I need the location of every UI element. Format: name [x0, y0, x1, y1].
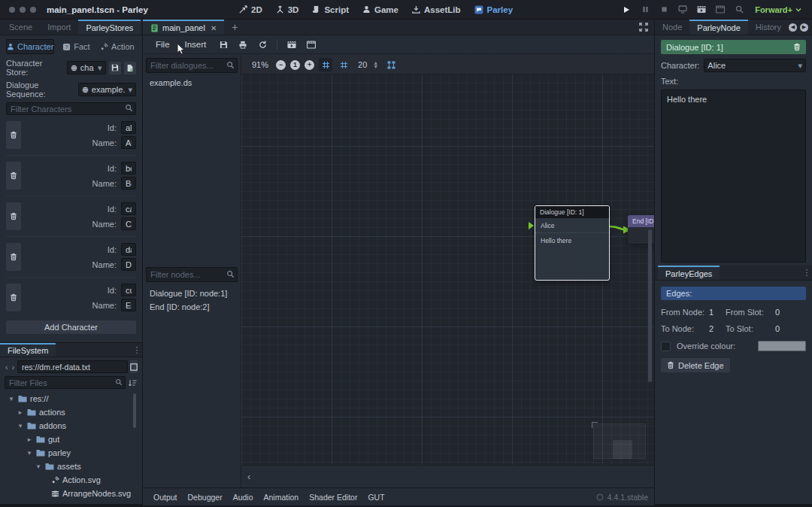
history-back-icon[interactable]: ◀ — [789, 23, 797, 32]
tab-history[interactable]: History — [748, 20, 789, 35]
save-icon[interactable] — [214, 38, 232, 52]
history-forward-icon[interactable]: ▶ — [800, 23, 808, 32]
filter-nodes-input[interactable] — [146, 267, 238, 282]
tab-node[interactable]: Node — [655, 20, 689, 35]
character-id-input[interactable] — [121, 202, 136, 215]
tree-item-actions[interactable]: ▸actions — [5, 405, 138, 419]
character-name-input[interactable] — [121, 299, 136, 311]
collapse-icon[interactable]: ▾ — [17, 422, 24, 430]
tree-scrollbar[interactable] — [133, 393, 136, 428]
snap-distance-value[interactable]: 20 — [358, 60, 367, 69]
new-store-button[interactable] — [124, 62, 136, 74]
override-colour-checkbox[interactable] — [661, 342, 671, 351]
character-name-input[interactable] — [121, 217, 136, 230]
close-tab-icon[interactable]: ✕ — [211, 24, 217, 32]
renderer-dropdown[interactable]: Forward+ — [755, 5, 801, 14]
bottom-tab-gut[interactable]: GUT — [362, 493, 389, 502]
tree-item-parley[interactable]: ▾parley — [5, 446, 138, 460]
delete-character-button[interactable] — [6, 162, 21, 190]
character-id-input[interactable] — [121, 243, 136, 256]
collapse-left-icon[interactable]: ‹ — [247, 471, 250, 482]
snap-spinner[interactable]: ▲▼ — [373, 61, 378, 68]
minimap-viewport[interactable] — [613, 440, 632, 459]
print-icon[interactable] — [234, 38, 252, 52]
workspace-game[interactable]: Game — [362, 5, 398, 14]
delete-character-button[interactable] — [6, 121, 21, 149]
store-tab-fact[interactable]: ?Fact — [57, 39, 95, 54]
zoom-in-button[interactable]: + — [304, 60, 314, 70]
dialogue-file-item[interactable]: example.ds — [146, 76, 238, 90]
character-id-input[interactable] — [121, 162, 136, 175]
history-forward-icon[interactable]: › — [11, 363, 16, 372]
save-store-button[interactable] — [109, 62, 121, 74]
dialogue-text-editor[interactable]: Hello there — [661, 90, 806, 263]
movie-writer-icon[interactable] — [714, 4, 726, 16]
character-name-input[interactable] — [121, 177, 136, 190]
window-zoom-icon[interactable] — [30, 7, 36, 13]
delete-character-button[interactable] — [6, 202, 21, 230]
bottom-tab-audio[interactable]: Audio — [228, 493, 259, 502]
store-tab-character[interactable]: Character — [6, 39, 54, 54]
filter-files-input[interactable] — [5, 376, 126, 389]
tab-parleyedges[interactable]: ParleyEdges — [658, 266, 720, 280]
dialogue-graph-canvas[interactable]: 91% − 1 + 20 ▲▼ Dialogue [ID: 1] Alice H… — [241, 56, 654, 484]
test-dialogue-from-node-icon[interactable] — [302, 38, 320, 52]
dock-menu-icon[interactable]: ⋮ — [801, 266, 812, 280]
refresh-icon[interactable] — [253, 38, 271, 52]
delete-character-button[interactable] — [6, 284, 21, 311]
tab-scene[interactable]: Scene — [0, 20, 40, 35]
input-port[interactable] — [529, 222, 534, 229]
play-button[interactable] — [620, 4, 632, 16]
tab-import[interactable]: Import — [40, 20, 78, 35]
filter-dialogues-input[interactable] — [146, 58, 238, 73]
expand-icon[interactable]: ▸ — [26, 436, 33, 443]
pause-button[interactable] — [639, 4, 651, 16]
current-path-input[interactable] — [17, 360, 128, 373]
dialogue-graph-node[interactable]: Dialogue [ID: 1] Alice Hello there — [535, 205, 610, 281]
collapse-icon[interactable]: ▾ — [26, 449, 33, 457]
grid-toggle-button[interactable] — [337, 58, 350, 71]
character-name-input[interactable] — [121, 136, 136, 149]
remote-debug-icon[interactable] — [677, 4, 689, 16]
tree-item-addons[interactable]: ▾addons — [5, 419, 138, 433]
character-name-input[interactable] — [121, 258, 136, 271]
snap-toggle-button[interactable] — [319, 58, 332, 71]
tree-item-gut[interactable]: ▸gut — [5, 433, 138, 446]
edge-colour-swatch[interactable] — [758, 341, 806, 351]
new-tab-button[interactable]: + — [224, 20, 245, 35]
character-select[interactable]: Alice ▾ — [704, 59, 806, 72]
dialogue-node-title[interactable]: Dialogue [ID: 1] — [535, 206, 609, 218]
bottom-tab-output[interactable]: Output — [148, 493, 183, 502]
delete-edge-button[interactable]: Delete Edge — [661, 358, 730, 372]
workspace-2d[interactable]: 2D — [239, 5, 262, 14]
tab-parleystores[interactable]: ParleyStores — [78, 20, 141, 35]
expand-fullscreen-icon[interactable] — [639, 23, 648, 32]
tree-item-action-svg[interactable]: Action.svg — [5, 473, 138, 487]
collapse-icon[interactable]: ▾ — [8, 395, 15, 402]
window-controls[interactable] — [9, 7, 36, 13]
character-id-input[interactable] — [121, 284, 136, 296]
zoom-out-button[interactable]: − — [276, 60, 286, 70]
filter-characters-input[interactable] — [6, 102, 136, 115]
arrange-nodes-button[interactable] — [384, 58, 398, 71]
workspace-3d[interactable]: 3D — [276, 5, 299, 14]
graph-vertical-scrollbar[interactable] — [648, 229, 652, 382]
bottom-tab-animation[interactable]: Animation — [259, 493, 304, 502]
tree-item-res[interactable]: ▾res:// — [5, 392, 138, 405]
workspace-parley[interactable]: Parley — [474, 5, 514, 14]
collapse-icon[interactable]: ▾ — [35, 463, 42, 470]
stop-button[interactable] — [658, 4, 670, 16]
workspace-script[interactable]: Script — [312, 5, 349, 14]
history-back-icon[interactable]: ‹ — [5, 363, 9, 372]
node-list-item[interactable]: End [ID: node:2] — [146, 300, 238, 314]
dialogue-sequence-dropdown[interactable]: example. ▾ — [78, 83, 136, 96]
add-character-button[interactable]: Add Character — [6, 320, 136, 334]
store-tab-action[interactable]: Action — [98, 39, 136, 54]
zoom-reset-button[interactable]: 1 — [290, 60, 300, 70]
graph-minimap[interactable] — [593, 424, 646, 459]
bottom-tab-shader-editor[interactable]: Shader Editor — [304, 493, 362, 502]
node-list-item[interactable]: Dialogue [ID: node:1] — [146, 287, 238, 300]
tab-parleynode[interactable]: ParleyNode — [689, 20, 747, 35]
tree-item-assets[interactable]: ▾assets — [5, 460, 138, 473]
window-close-icon[interactable] — [9, 7, 15, 13]
